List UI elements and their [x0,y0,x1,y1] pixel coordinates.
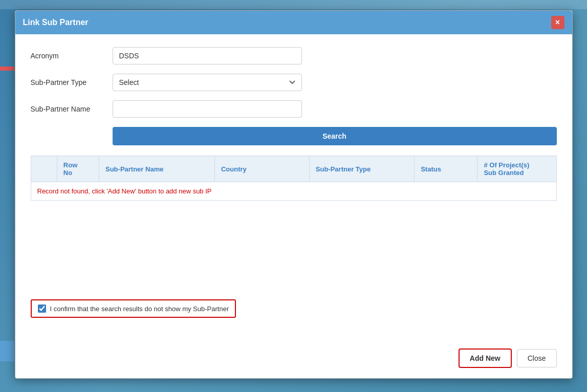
col-header-subpartner-name: Sub-Partner Name [99,156,215,182]
col-header-projects: # Of Project(s)Sub Granted [477,156,556,182]
table-header: RowNo Sub-Partner Name Country Sub-Partn… [31,156,556,182]
confirm-box: I confirm that the search results do not… [31,299,236,318]
table-body: Record not found, click 'Add New' button… [31,182,556,201]
acronym-input[interactable] [113,47,302,64]
col-header-subpartner-type: Sub-Partner Type [309,156,414,182]
modal-dialog: Link Sub Partner × Acronym Sub-Partner T… [15,10,573,379]
modal-body: Acronym Sub-Partner Type Select NGO Gove… [15,34,572,341]
modal-close-button[interactable]: × [551,16,564,29]
confirm-checkbox[interactable] [38,304,46,313]
search-button[interactable]: Search [113,127,557,145]
col-header-country: Country [214,156,309,182]
modal-header: Link Sub Partner × [15,11,572,34]
subpartner-name-label: Sub-Partner Name [31,105,113,113]
spacer [31,211,557,299]
modal-backdrop: Link Sub Partner × Acronym Sub-Partner T… [0,0,587,392]
subpartner-name-input[interactable] [113,100,302,118]
no-record-row: Record not found, click 'Add New' button… [31,182,556,201]
acronym-label: Acronym [31,52,113,60]
add-new-button[interactable]: Add New [459,349,512,368]
results-table: RowNo Sub-Partner Name Country Sub-Partn… [31,156,557,201]
subpartner-type-group: Sub-Partner Type Select NGO Government P… [31,74,557,91]
table-header-row: RowNo Sub-Partner Name Country Sub-Partn… [31,156,556,182]
subpartner-type-select[interactable]: Select NGO Government Private Sector [113,74,302,91]
confirm-label: I confirm that the search results do not… [50,305,229,313]
col-header-row-no: RowNo [57,156,99,182]
close-button[interactable]: Close [517,349,557,367]
confirm-area: I confirm that the search results do not… [31,299,557,318]
col-header-status: Status [415,156,477,182]
subpartner-name-group: Sub-Partner Name [31,100,557,118]
modal-footer: Add New Close [15,341,572,378]
modal-title: Link Sub Partner [23,18,89,27]
no-record-message: Record not found, click 'Add New' button… [37,182,212,200]
acronym-group: Acronym [31,47,557,64]
subpartner-type-label: Sub-Partner Type [31,78,113,86]
col-header-checkbox [31,156,57,182]
